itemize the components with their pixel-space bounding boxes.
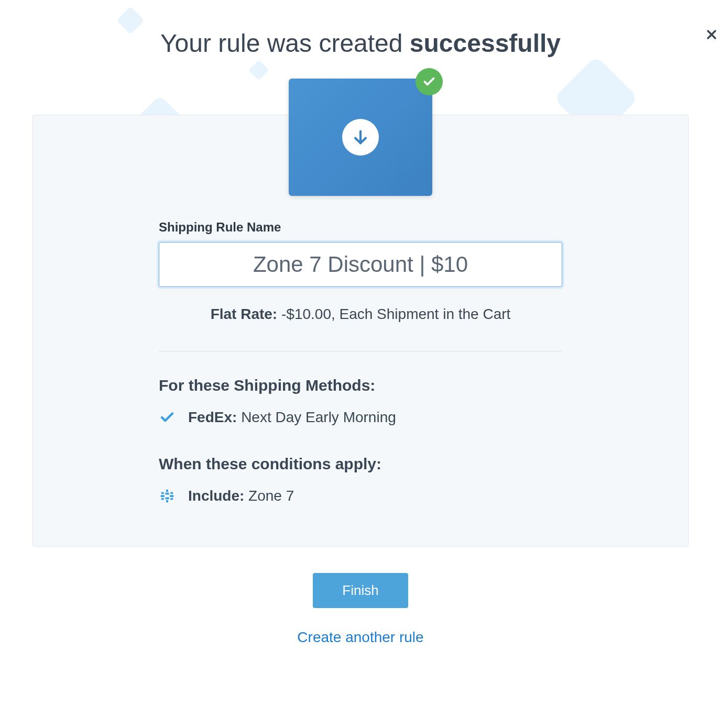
page-title: Your rule was created successfully [160, 29, 561, 58]
condition-item: Include: Zone 7 [159, 488, 562, 504]
svg-rect-11 [161, 498, 164, 500]
svg-rect-3 [166, 490, 168, 492]
svg-rect-8 [165, 498, 169, 500]
arrow-circle [342, 119, 379, 156]
methods-heading: For these Shipping Methods: [159, 377, 562, 394]
create-another-link[interactable]: Create another rule [297, 629, 423, 646]
arrow-down-icon [352, 128, 369, 146]
rule-name-label: Shipping Rule Name [159, 220, 562, 235]
method-item: FedEx: Next Day Early Morning [159, 409, 562, 426]
svg-rect-6 [170, 495, 174, 497]
svg-rect-9 [161, 492, 164, 494]
success-check-badge [416, 68, 443, 95]
svg-rect-5 [161, 495, 165, 497]
svg-rect-4 [166, 500, 168, 503]
svg-rect-12 [170, 498, 173, 500]
svg-rect-10 [170, 492, 173, 494]
check-icon [159, 409, 176, 426]
rate-summary: Flat Rate: -$10.00, Each Shipment in the… [159, 306, 562, 323]
condition-text: Include: Zone 7 [188, 488, 294, 504]
divider [159, 351, 562, 351]
method-text: FedEx: Next Day Early Morning [188, 409, 396, 426]
conditions-heading: When these conditions apply: [159, 455, 562, 473]
svg-rect-7 [165, 493, 169, 495]
success-modal: Your rule was created successfully Shipp… [0, 0, 721, 646]
rule-name-input[interactable] [159, 242, 562, 287]
finish-button[interactable]: Finish [313, 573, 408, 608]
actions: Finish Create another rule [297, 573, 423, 646]
check-icon [422, 75, 436, 89]
rule-icon-card [289, 79, 432, 196]
globe-icon [159, 488, 176, 504]
